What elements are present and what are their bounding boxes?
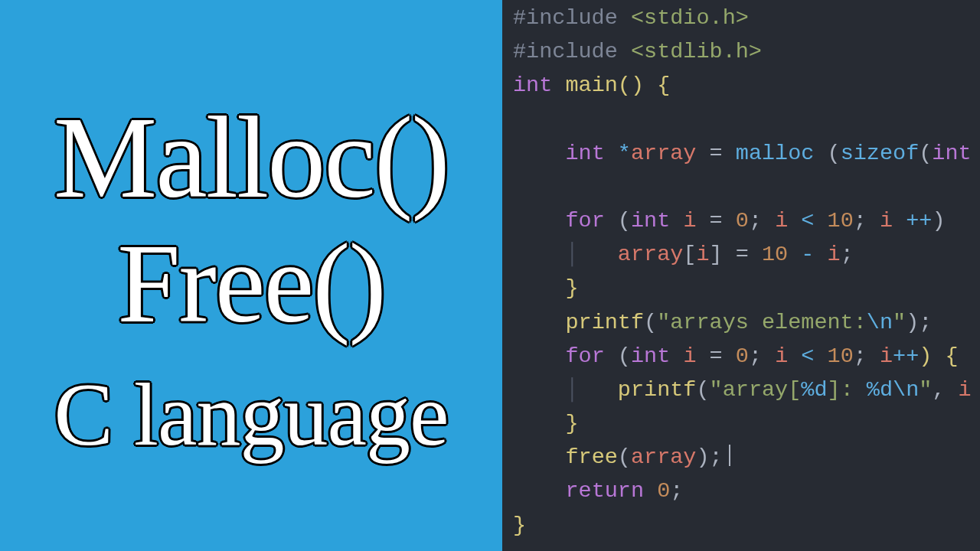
code-line-6: │ array[i] = 10 - i; — [513, 242, 854, 267]
code-line-5: for (int i = 0; i < 10; i ++) — [513, 208, 946, 233]
title-panel: Malloc() Free() C language — [0, 0, 502, 551]
code-line-8: printf("arrays element:\n"); — [513, 310, 932, 335]
code-line-13: return 0; — [513, 478, 683, 504]
title-line-1: Malloc() — [54, 99, 449, 216]
code-line-10: │ printf("array[%d]: %d\n", i — [513, 377, 972, 403]
text-cursor — [729, 445, 730, 466]
title-line-2: Free() — [117, 227, 385, 340]
code-line-3: int main() { — [513, 73, 670, 98]
code-line-9: for (int i = 0; i < 10; i++) { — [513, 344, 959, 369]
code-line-4: int *array = malloc (sizeof(int — [513, 141, 972, 166]
code-line-12: free(array); — [513, 445, 730, 470]
code-editor: #include <stdio.h> #include <stdlib.h> i… — [502, 0, 980, 551]
title-line-3: C language — [54, 370, 448, 459]
code-line-11: } — [513, 411, 579, 436]
code-line-7: } — [513, 276, 579, 301]
code-line-2: #include <stdlib.h> — [513, 39, 762, 64]
code-line-14: } — [513, 513, 526, 538]
code-line-1: #include <stdio.h> — [513, 5, 749, 31]
